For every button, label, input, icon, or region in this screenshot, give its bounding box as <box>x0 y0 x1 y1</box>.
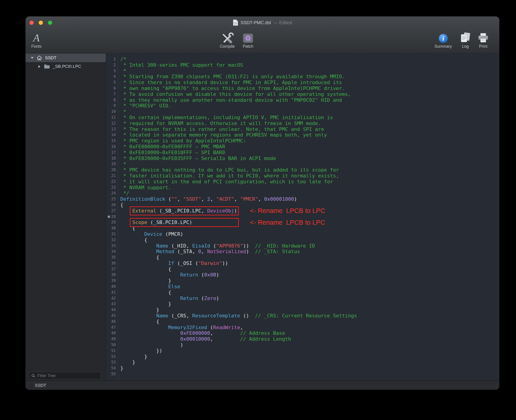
toolbar-print-label: Print <box>478 44 489 49</box>
toolbar-patch-label: Patch <box>243 44 253 49</box>
code-line[interactable]: * faster initialisation. If we add it to… <box>120 173 499 179</box>
code-token <box>120 243 156 249</box>
code-token: { <box>120 266 171 272</box>
line-number: 24 <box>106 190 118 196</box>
code-token: * required for NVRAM access. Otherwise i… <box>120 120 321 126</box>
toolbar-patch-button[interactable]: Patch <box>243 29 253 49</box>
code-line[interactable] <box>120 371 499 377</box>
code-token: ) <box>294 196 297 202</box>
code-line[interactable]: { <box>120 237 499 243</box>
code-line[interactable]: 0xFE000000, // Address Base <box>120 330 499 336</box>
code-line[interactable]: } <box>120 360 499 365</box>
toolbar-log-button[interactable]: Log <box>460 29 471 49</box>
code-token: (_OSI ( <box>174 260 198 266</box>
disclosure-right-icon[interactable] <box>38 65 41 68</box>
code-line[interactable]: ) <box>120 342 499 348</box>
code-token: ResourceTemplate <box>192 313 240 318</box>
code-line[interactable]: If (_OSI ("Darwin")) <box>120 260 499 266</box>
code-line[interactable]: * Starting from Z390 chipsets PMC (D31:F… <box>120 74 499 80</box>
code-line[interactable]: { <box>120 255 499 260</box>
code-line[interactable]: { <box>120 266 499 272</box>
code-token: { <box>120 202 123 208</box>
code-line[interactable]: * own naming "APP9876" to access this de… <box>120 85 499 91</box>
zoom-button[interactable] <box>48 21 52 25</box>
code-token: 0x0B <box>204 272 216 278</box>
code-line[interactable]: * required for NVRAM access. Otherwise i… <box>120 120 499 126</box>
code-line[interactable]: * 0xFE000000~0xFE00FFFF — PMC MBAR <box>120 144 499 150</box>
code-line[interactable]: } <box>120 301 499 307</box>
code-line[interactable]: */ <box>120 190 499 196</box>
code-line[interactable]: } <box>120 354 499 360</box>
code-line[interactable]: * "PCHRESV" UID. <box>120 103 499 109</box>
filter-tree-input[interactable] <box>37 373 99 378</box>
code-line[interactable]: Device (PMCR) <box>120 231 499 237</box>
code-line[interactable]: * as they normally use another non-stand… <box>120 97 499 103</box>
code-line[interactable]: * <box>120 109 499 115</box>
sidebar-item-ssdt-label: SSDT <box>45 55 57 60</box>
line-number: 31 <box>106 231 118 237</box>
gutter-marker-dot[interactable] <box>108 215 110 218</box>
code-line[interactable]: * The reason for this is rather unclear.… <box>120 126 499 132</box>
filter-tree-field[interactable] <box>29 372 101 379</box>
minimize-button[interactable] <box>39 21 43 25</box>
code-line[interactable]: * 0xFE020000~0xFE035FFF — SerialIo BAR i… <box>120 156 499 161</box>
toolbar-print-button[interactable]: Print <box>478 29 489 49</box>
line-number: 53 <box>106 360 118 365</box>
code-line[interactable]: } <box>120 278 499 284</box>
code-area[interactable]: /* * Intel 300-series PMC support for ma… <box>120 53 499 381</box>
line-number: 50 <box>106 342 118 348</box>
line-number: 48 <box>106 330 118 336</box>
code-line[interactable]: * located in separate memory regions and… <box>120 132 499 138</box>
toolbar-compile-button[interactable]: Compile <box>220 29 235 49</box>
line-number: 52 <box>106 354 118 360</box>
code-token: * own naming "APP9876" to access this de… <box>120 85 345 91</box>
code-line[interactable]: }) <box>120 348 499 354</box>
code-line[interactable]: 0x00010000, // Address Length <box>120 336 499 342</box>
code-line[interactable]: } <box>120 365 499 371</box>
code-token <box>120 260 168 266</box>
code-token: /* <box>120 56 126 62</box>
code-line[interactable]: * Since there is no standard device for … <box>120 80 499 85</box>
code-line[interactable]: { <box>120 290 499 295</box>
code-line[interactable]: Name (_HID, EisaId ("APP9876")) // _HID:… <box>120 243 499 249</box>
code-line[interactable]: Name (_CRS, ResourceTemplate () // _CRS:… <box>120 313 499 319</box>
line-number: 7 <box>106 91 118 97</box>
close-button[interactable] <box>29 21 34 25</box>
code-token: * Starting from Z390 chipsets PMC (D31:F… <box>120 74 345 79</box>
sidebar-item-ssdt[interactable]: SSDT <box>26 53 106 62</box>
code-token: ( <box>210 243 216 249</box>
code-line[interactable]: * NVRAM support. <box>120 185 499 191</box>
code-line[interactable]: * it will start in the end of PCI config… <box>120 179 499 185</box>
code-line[interactable]: Method (_STA, 0, NotSerialized) // _STA:… <box>120 249 499 255</box>
sidebar-item-lpc[interactable]: _SB.PCI0.LPC <box>26 62 106 71</box>
code-line[interactable]: /* <box>120 56 499 62</box>
rename-highlight-box <box>130 206 239 215</box>
code-line[interactable]: * 0xFE010000~0xFE010FFF — SPI BAR0 <box>120 150 499 156</box>
code-line[interactable]: DefinitionBlock ("", "SSDT", 2, "ACDT", … <box>120 196 499 202</box>
code-line[interactable]: * <box>120 161 499 167</box>
toolbar-summary-button[interactable]: i Summary <box>434 29 452 49</box>
code-line[interactable]: * On certain implementations, including … <box>120 115 499 120</box>
line-number: 46 <box>106 319 118 325</box>
code-token: * Intel 300-series PMC support for macOS <box>120 62 243 68</box>
code-line[interactable]: * <box>120 68 499 74</box>
code-line[interactable]: Return (Zero) <box>120 295 499 301</box>
code-line[interactable]: * PMC device has nothing to do to LPC bu… <box>120 167 499 173</box>
code-line[interactable]: Return (0x0B) <box>120 272 499 278</box>
code-token: Name <box>156 243 168 249</box>
code-line[interactable]: * PMC region is used by AppleIntelPCHPMC… <box>120 138 499 144</box>
toolbar-log-label: Log <box>460 44 471 49</box>
line-number: 10 <box>106 109 118 115</box>
code-token: { <box>120 319 159 324</box>
code-line[interactable]: * To avoid confusion we disable this dev… <box>120 91 499 97</box>
code-line[interactable]: Else <box>120 284 499 290</box>
code-line[interactable]: * Intel 300-series PMC support for macOS <box>120 62 499 68</box>
sidebar-tree: SSDT _SB.PCI0.LPC <box>26 53 106 381</box>
toolbar-fonts-button[interactable]: A Fonts <box>31 29 41 49</box>
code-editor[interactable]: 1234567891011121314151617181920212223242… <box>106 53 499 381</box>
code-line[interactable]: { <box>120 319 499 325</box>
code-token: ) <box>120 342 183 348</box>
disclosure-down-icon[interactable] <box>31 57 34 59</box>
code-line[interactable]: } <box>120 307 499 313</box>
code-line[interactable]: Memory32Fixed (ReadWrite, <box>120 325 499 330</box>
